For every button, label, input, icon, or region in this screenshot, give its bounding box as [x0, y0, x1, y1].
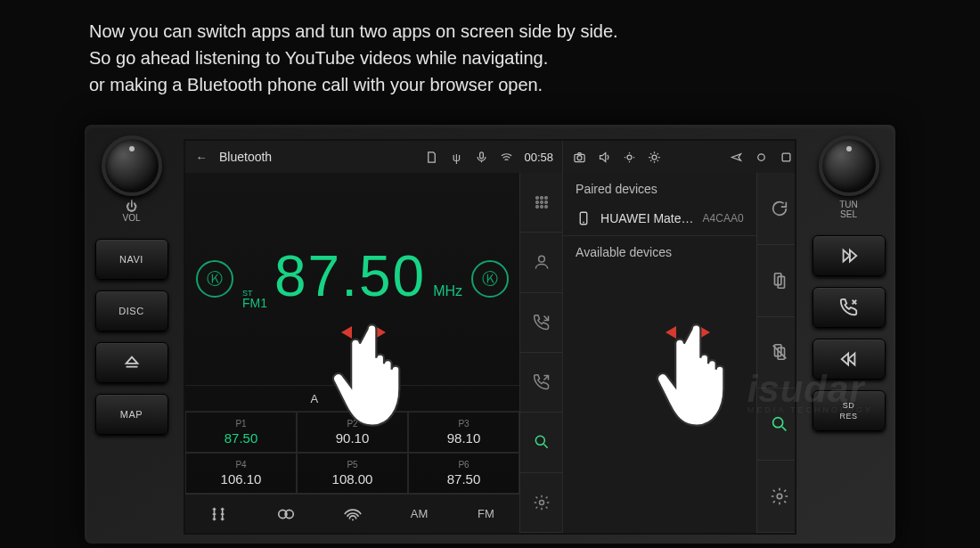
svg-point-4 — [540, 197, 543, 200]
volume-knob[interactable] — [102, 135, 162, 196]
svg-point-5 — [544, 197, 547, 200]
unpair-icon[interactable] — [757, 317, 796, 389]
svg-point-11 — [544, 206, 547, 209]
home-icon[interactable] — [755, 150, 769, 164]
phone-in-icon[interactable] — [520, 293, 562, 353]
svg-rect-20 — [782, 153, 790, 161]
preset-3[interactable]: P398.10 — [408, 412, 519, 453]
available-devices-title: Available devices — [563, 236, 756, 265]
sd-card-icon — [425, 150, 439, 164]
frequency-unit: MHz — [433, 283, 462, 299]
preset-6[interactable]: P687.50 — [408, 453, 519, 494]
settings-icon[interactable] — [520, 473, 562, 533]
radio-mid-row: A PTY — [185, 385, 519, 412]
tune-down-button[interactable]: Ⓚ — [196, 260, 233, 298]
recent-apps-icon[interactable] — [780, 150, 794, 164]
svg-point-6 — [535, 201, 538, 204]
am-button[interactable]: AM — [400, 495, 439, 534]
brightness-down-icon[interactable] — [622, 150, 636, 164]
svg-point-19 — [758, 153, 765, 160]
right-physical-column: TUN SEL SDRES — [802, 125, 895, 544]
svg-point-13 — [535, 437, 544, 446]
app-pane-radio: ← Bluetooth ψ 00:58 Ⓚ ST FM1 — [185, 141, 563, 533]
svg-point-9 — [535, 206, 538, 209]
svg-point-8 — [544, 201, 547, 204]
wifi-icon — [500, 150, 514, 164]
volume-icon[interactable] — [597, 150, 611, 164]
head-unit: ⏻ VOL NAVI DISC MAP ← Bluetooth ψ 00:58 — [85, 125, 895, 544]
preset-1[interactable]: P187.50 — [185, 412, 297, 453]
device-mac: A4CAA0 — [703, 212, 744, 225]
svg-point-18 — [652, 155, 657, 159]
bt-settings-icon[interactable] — [757, 461, 796, 533]
mic-icon — [475, 150, 489, 164]
tune-knob[interactable] — [819, 135, 879, 196]
svg-point-16 — [577, 155, 582, 159]
eq-icon[interactable] — [200, 495, 239, 534]
map-button[interactable]: MAP — [95, 394, 168, 435]
status-bar-left: ← Bluetooth ψ 00:58 — [185, 141, 562, 173]
phone-device-icon — [576, 210, 592, 226]
pty-button[interactable]: PTY — [372, 392, 394, 405]
tuner-display: Ⓚ ST FM1 87.50 MHz Ⓚ — [185, 173, 519, 385]
prev-track-button[interactable] — [813, 339, 886, 380]
usb-icon: ψ — [450, 150, 464, 164]
back-icon[interactable]: ← — [194, 150, 208, 164]
search-devices-icon[interactable] — [757, 389, 796, 461]
status-bar-right — [563, 141, 796, 173]
svg-point-27 — [777, 494, 782, 499]
marketing-line: So go ahead listening to YouTube videos … — [89, 45, 618, 71]
tune-knob-label: TUN SEL — [839, 200, 858, 219]
svg-point-17 — [627, 155, 632, 159]
paired-devices-title: Paired devices — [563, 173, 756, 201]
contact-icon[interactable] — [520, 233, 562, 292]
volume-knob-label: ⏻ VOL — [122, 200, 140, 223]
radio-body: Ⓚ ST FM1 87.50 MHz Ⓚ A PT — [185, 173, 562, 533]
svg-point-14 — [539, 500, 543, 504]
status-title: Bluetooth — [219, 150, 272, 164]
radio-bottom-bar: AM FM — [185, 494, 519, 533]
brightness-up-icon[interactable] — [647, 150, 661, 164]
navi-button[interactable]: NAVI — [95, 239, 168, 280]
search-icon[interactable] — [520, 413, 562, 472]
disc-button[interactable]: DISC — [95, 290, 168, 331]
tune-up-button[interactable]: Ⓚ — [471, 260, 509, 298]
keypad-icon[interactable] — [520, 173, 562, 233]
bt-side-icons — [756, 173, 796, 533]
touchscreen: ← Bluetooth ψ 00:58 Ⓚ ST FM1 — [184, 139, 796, 535]
marketing-line: Now you can switch apps and tun two apps… — [89, 18, 618, 45]
loop-icon[interactable] — [266, 495, 306, 534]
preset-5[interactable]: P5108.00 — [297, 453, 408, 494]
camera-icon[interactable] — [572, 150, 586, 164]
band-label: ST FM1 — [242, 289, 267, 310]
clock: 00:58 — [525, 151, 554, 164]
marketing-line: or making a Bluetooth phone call with yo… — [89, 71, 618, 98]
next-track-button[interactable] — [813, 235, 886, 276]
radio-side-icons — [519, 173, 562, 533]
device-name: HUAWEI Mate… — [600, 211, 694, 225]
fm-button[interactable]: FM — [467, 495, 506, 534]
phone-out-icon[interactable] — [520, 353, 562, 413]
nav-back-icon[interactable] — [730, 150, 744, 164]
sd-res-button[interactable]: SDRES — [813, 390, 886, 431]
frequency-value: 87.50 — [274, 248, 426, 305]
ta-button[interactable]: A — [311, 392, 319, 405]
paired-device-row[interactable]: HUAWEI Mate… A4CAA0 — [563, 201, 756, 236]
refresh-icon[interactable] — [757, 173, 796, 245]
svg-point-10 — [540, 206, 543, 209]
eject-button[interactable] — [95, 342, 168, 383]
signal-icon[interactable] — [333, 495, 372, 534]
preset-grid: P187.50 P290.10 P398.10 P4106.10 P5108.0… — [185, 412, 519, 494]
phone-mute-button[interactable] — [813, 287, 886, 328]
app-pane-bluetooth: Paired devices HUAWEI Mate… A4CAA0 Avail… — [563, 141, 796, 533]
svg-point-7 — [540, 201, 543, 204]
svg-point-3 — [535, 197, 538, 200]
left-physical-column: ⏻ VOL NAVI DISC MAP — [85, 125, 178, 544]
pair-icon[interactable] — [757, 245, 796, 317]
svg-rect-0 — [480, 151, 484, 158]
svg-point-26 — [773, 418, 783, 428]
preset-4[interactable]: P4106.10 — [185, 453, 297, 494]
preset-2[interactable]: P290.10 — [297, 412, 408, 453]
marketing-copy: Now you can switch apps and tun two apps… — [89, 18, 618, 98]
svg-point-12 — [538, 257, 544, 263]
